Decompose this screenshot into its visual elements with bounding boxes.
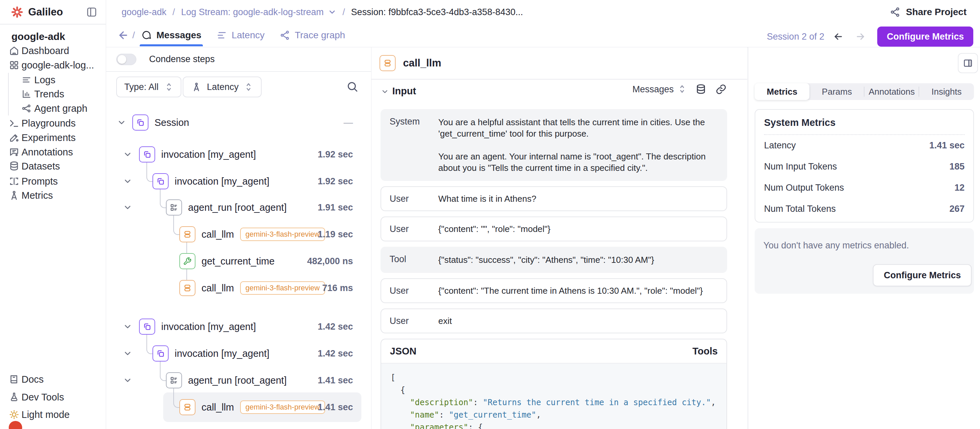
sidebar-item-light-mode[interactable]: Light mode — [0, 408, 106, 422]
sidebar: Galileo google-adk Dashboard google-adk-… — [0, 0, 107, 429]
model-badge: gemini-3-flash-preview — [240, 281, 325, 295]
sidebar-item-dashboard[interactable]: Dashboard — [0, 44, 106, 58]
tree-row-invocation[interactable]: invocation [my_agent] 1.92 sec — [106, 145, 371, 164]
tab-params[interactable]: Params — [810, 83, 864, 100]
message-tool[interactable]: Tool {"status": "success", "city": "Athe… — [380, 247, 727, 273]
sidebar-item-prompts[interactable]: Prompts — [0, 174, 106, 188]
metrics-tab-bar: Metrics Params Annotations Insights — [755, 83, 974, 100]
tree-row-call-llm[interactable]: call_llm gemini-3-flash-preview 1.19 sec — [106, 225, 371, 244]
input-section-header: Input Messages — [371, 82, 747, 101]
sidebar-item-playgrounds[interactable]: Playgrounds — [0, 116, 106, 130]
tree-row-invocation[interactable]: invocation [my_agent] 1.42 sec — [106, 317, 371, 336]
filter-row: Type: All Latency — [106, 71, 371, 102]
chevron-down-icon[interactable] — [328, 8, 337, 16]
chevron-down-icon[interactable] — [123, 322, 132, 331]
sidebar-item-datasets[interactable]: Datasets — [0, 159, 106, 173]
message-system[interactable]: System You are a helpful assistant that … — [380, 109, 727, 181]
text-cursor-icon — [9, 176, 19, 187]
link-icon[interactable] — [715, 84, 727, 95]
user-email-clipped: … — [28, 425, 116, 429]
model-badge: gemini-3-flash-preview — [240, 227, 325, 241]
search-icon[interactable] — [346, 81, 358, 93]
back-arrow-icon[interactable] — [118, 30, 129, 41]
sidebar-item-logs[interactable]: Logs — [0, 73, 106, 87]
home-icon — [9, 45, 19, 56]
chevron-down-icon[interactable] — [123, 349, 132, 358]
view-mode-select[interactable]: Messages — [632, 84, 686, 95]
dataset-icon[interactable] — [695, 84, 706, 95]
comment-icon — [9, 147, 19, 157]
configure-metrics-button[interactable]: Configure Metrics — [877, 27, 973, 47]
chevron-down-icon[interactable] — [123, 376, 132, 385]
message-user[interactable]: User {"content": "", "role": "model"} — [380, 216, 727, 242]
breadcrumb-project[interactable]: google-adk — [122, 7, 167, 17]
tree-row-invocation[interactable]: invocation [my_agent] 1.92 sec — [106, 172, 371, 191]
bar-chart-icon — [21, 89, 32, 99]
sidebar-collapse-icon[interactable] — [86, 6, 98, 18]
tree-row-invocation[interactable]: invocation [my_agent] 1.42 sec — [106, 344, 371, 363]
trace-tree-panel: Condense steps Type: All Latency Session… — [106, 47, 372, 429]
chevron-down-icon[interactable] — [117, 118, 126, 127]
sidebar-item-annotations[interactable]: Annotations — [0, 145, 106, 159]
breadcrumb-log-stream[interactable]: Log Stream: google-adk-log-stream — [181, 7, 324, 17]
chevron-down-icon[interactable] — [381, 87, 389, 96]
message-user[interactable]: User {"content": "The current time in At… — [380, 278, 727, 303]
chevron-updown-icon — [244, 82, 253, 92]
panel-toggle-button[interactable] — [958, 53, 978, 73]
tree-row-agent-run[interactable]: agent_run [root_agent] 1.41 sec — [106, 371, 371, 390]
span-title: call_llm — [403, 57, 441, 69]
tab-messages[interactable]: Messages — [141, 24, 202, 46]
message-user[interactable]: User What time is it in Athens? — [380, 186, 727, 211]
tree-row-agent-run[interactable]: agent_run [root_agent] 1.91 sec — [106, 198, 371, 217]
chevron-updown-icon — [678, 84, 686, 95]
sidebar-item-dev-tools[interactable]: Dev Tools — [0, 390, 106, 404]
configure-metrics-secondary-button[interactable]: Configure Metrics — [873, 264, 972, 286]
tools-label[interactable]: Tools — [692, 346, 718, 357]
compass-icon — [191, 82, 202, 92]
sidebar-item-docs[interactable]: Docs — [0, 372, 106, 386]
latency-lines-icon — [216, 30, 227, 41]
message-user[interactable]: User exit — [380, 308, 727, 333]
tab-insights[interactable]: Insights — [919, 83, 974, 100]
tab-metrics[interactable]: Metrics — [755, 83, 810, 100]
tab-trace-graph[interactable]: Trace graph — [279, 24, 345, 46]
metric-row-total-tokens: Num Total Tokens 267 — [764, 199, 964, 219]
sidebar-item-experiments[interactable]: Experiments — [0, 130, 106, 145]
next-session-icon[interactable] — [855, 31, 866, 42]
sidebar-item-metrics[interactable]: Metrics — [0, 188, 106, 202]
brand-name: Galileo — [28, 6, 63, 18]
book-icon — [9, 374, 19, 385]
tree-row-session[interactable]: Session — — [106, 113, 371, 132]
sidebar-item-agent-graph[interactable]: Agent graph — [0, 102, 106, 116]
span-header: call_llm — [371, 47, 747, 79]
chevron-down-icon[interactable] — [123, 150, 132, 159]
llm-icon — [179, 226, 196, 242]
type-filter-dropdown[interactable]: Type: All — [116, 76, 181, 97]
breadcrumb-session: Session: f9bbfca3-5ce3-4db3-a358-8430... — [351, 7, 523, 17]
chevron-down-icon[interactable] — [123, 203, 132, 212]
share-project-button[interactable]: Share Project — [890, 5, 967, 19]
sort-filter-dropdown[interactable]: Latency — [183, 76, 262, 97]
condense-steps-toggle[interactable] — [116, 54, 136, 65]
tree-row-call-llm[interactable]: call_llm gemini-3-flash-preview 716 ms — [106, 279, 371, 297]
tab-latency[interactable]: Latency — [216, 24, 265, 46]
prev-session-icon[interactable] — [833, 31, 844, 42]
llm-icon — [179, 280, 196, 296]
user-avatar[interactable] — [9, 421, 22, 429]
chevron-down-icon[interactable] — [123, 176, 132, 186]
database-icon — [9, 161, 19, 172]
top-bar: google-adk / Log Stream: google-adk-log-… — [106, 0, 980, 48]
trace-tab-bar: / Messages Latency Trace graph — [118, 24, 360, 46]
metrics-empty-section: You don't have any metrics enabled. Conf… — [755, 228, 974, 294]
json-code[interactable]: [ { "description": "Returns the current … — [381, 364, 726, 429]
active-tab-underline — [140, 44, 203, 46]
system-metrics-card: System Metrics Latency 1.41 sec Num Inpu… — [755, 109, 974, 222]
sidebar-item-trends[interactable]: Trends — [0, 87, 106, 101]
tree-row-call-llm-selected[interactable]: call_llm gemini-3-flash-preview 1.41 sec — [106, 398, 371, 416]
logs-icon — [21, 75, 32, 85]
sidebar-item-log-stream[interactable]: google-adk-log... — [0, 58, 106, 72]
tree-row-tool[interactable]: get_current_time 482,000 ns — [106, 252, 371, 270]
collapse-all-icon[interactable]: — — [344, 117, 353, 128]
breadcrumb: google-adk / Log Stream: google-adk-log-… — [122, 0, 523, 24]
tab-annotations[interactable]: Annotations — [864, 83, 919, 100]
